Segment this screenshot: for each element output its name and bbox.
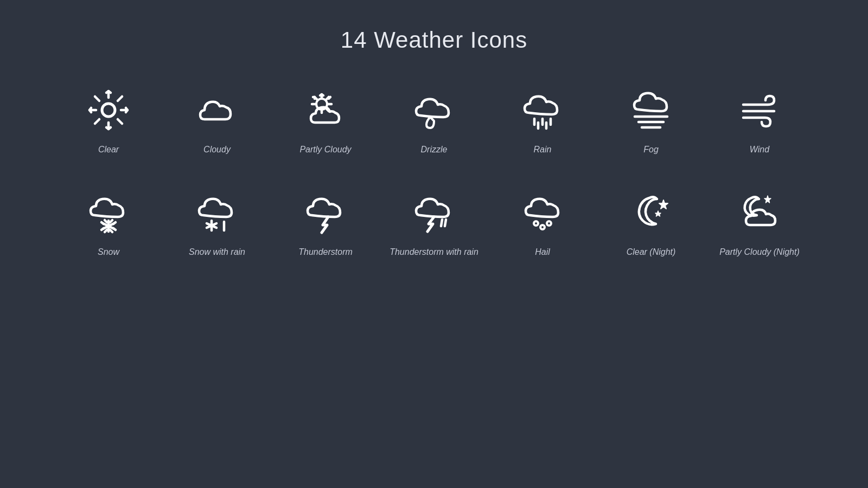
- drizzle-icon: [410, 86, 458, 134]
- weather-icon-rain: Rain: [488, 86, 597, 156]
- page-title: 14 Weather Icons: [341, 27, 527, 53]
- partly-cloudy-night-icon: [735, 188, 784, 237]
- wind-icon: [735, 86, 784, 134]
- weather-icon-thunderstorm: Thunderstorm: [271, 188, 380, 258]
- svg-marker-43: [655, 211, 661, 216]
- weather-icon-drizzle: Drizzle: [380, 86, 488, 156]
- thunderstorm-with-rain-icon: [410, 188, 458, 237]
- icon-row-1: Clear Cloudy: [33, 86, 835, 156]
- svg-line-25: [105, 220, 107, 222]
- wind-label: Wind: [750, 144, 769, 156]
- svg-line-26: [110, 220, 112, 222]
- svg-line-37: [441, 220, 442, 226]
- drizzle-label: Drizzle: [421, 144, 448, 156]
- thunderstorm-label: Thunderstorm: [298, 247, 353, 258]
- thunderstorm-with-rain-label: Thunderstorm with rain: [390, 247, 478, 258]
- partly-cloudy-night-label: Partly Cloudy (Night): [719, 247, 800, 258]
- rain-icon: [518, 86, 567, 134]
- hail-label: Hail: [535, 247, 550, 258]
- svg-line-28: [110, 230, 112, 232]
- fog-icon: [627, 86, 675, 134]
- weather-icon-partly-cloudy-night: Partly Cloudy (Night): [705, 188, 814, 258]
- clear-label: Clear: [98, 144, 119, 156]
- snow-with-rain-icon: [193, 188, 241, 237]
- svg-line-27: [105, 230, 107, 232]
- clear-night-icon: [627, 188, 675, 237]
- snow-with-rain-label: Snow with rain: [189, 247, 245, 258]
- weather-icon-snow: Snow: [54, 188, 163, 258]
- weather-icon-snow-with-rain: Snow with rain: [163, 188, 271, 258]
- svg-marker-42: [659, 200, 668, 209]
- snow-label: Snow: [98, 247, 119, 258]
- svg-line-31: [113, 222, 116, 224]
- svg-line-30: [101, 228, 104, 230]
- icons-grid: Clear Cloudy: [0, 86, 868, 258]
- svg-point-39: [534, 221, 538, 226]
- weather-icon-thunderstorm-with-rain: Thunderstorm with rain: [380, 188, 488, 258]
- svg-point-0: [102, 104, 115, 117]
- cloudy-icon: [193, 86, 241, 134]
- clear-icon: [84, 86, 133, 134]
- fog-label: Fog: [643, 144, 659, 156]
- thunderstorm-icon: [301, 188, 350, 237]
- weather-icon-cloudy: Cloudy: [163, 86, 271, 156]
- icon-row-2: Snow Snow with rain: [33, 188, 835, 258]
- weather-icon-wind: Wind: [705, 86, 814, 156]
- weather-icon-clear-night: Clear (Night): [597, 188, 705, 258]
- hail-icon: [518, 188, 567, 237]
- weather-icon-partly-cloudy: Partly Cloudy: [271, 86, 380, 156]
- rain-label: Rain: [534, 144, 552, 156]
- cloudy-label: Cloudy: [203, 144, 231, 156]
- snow-icon: [84, 188, 133, 237]
- clear-night-label: Clear (Night): [627, 247, 676, 258]
- weather-icon-fog: Fog: [597, 86, 705, 156]
- svg-line-29: [101, 222, 104, 224]
- svg-point-41: [547, 221, 551, 226]
- weather-icon-hail: Hail: [488, 188, 597, 258]
- svg-line-38: [445, 220, 446, 226]
- partly-cloudy-icon: [301, 86, 350, 134]
- svg-point-40: [540, 225, 545, 229]
- weather-icon-clear: Clear: [54, 86, 163, 156]
- svg-line-32: [113, 228, 116, 230]
- partly-cloudy-label: Partly Cloudy: [299, 144, 351, 156]
- svg-marker-44: [764, 196, 771, 203]
